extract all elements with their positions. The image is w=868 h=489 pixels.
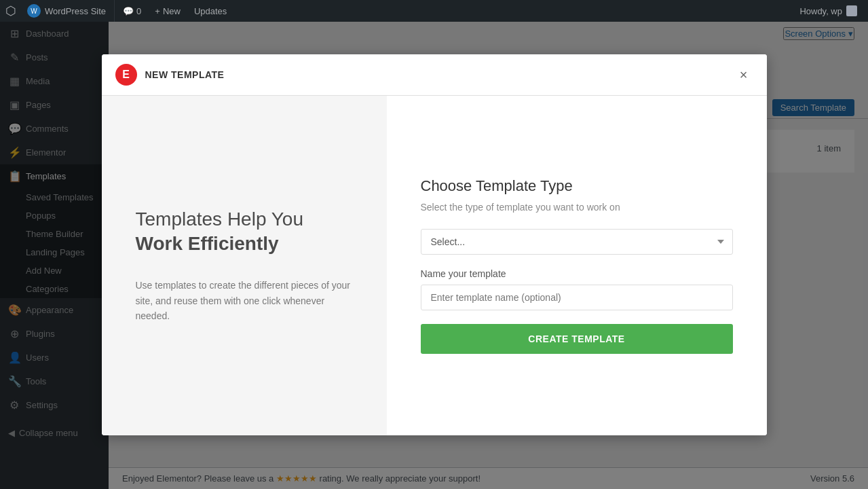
modal-title: NEW TEMPLATE [145, 69, 225, 80]
howdy-label: Howdy, wp [799, 6, 842, 16]
modal-close-button[interactable]: × [734, 65, 753, 84]
modal-left-heading: Templates Help You Work Efficiently [136, 207, 353, 257]
heading-bold-text: Work Efficiently [136, 232, 353, 256]
plus-icon: + [155, 6, 160, 16]
modal-overlay[interactable]: E NEW TEMPLATE × Templates Help You Work… [0, 0, 868, 489]
wp-logo-icon[interactable]: ⬡ [5, 3, 16, 18]
template-name-group: Name your template [421, 268, 733, 310]
template-type-select[interactable]: Select... Page Section Landing Page Popu… [421, 229, 733, 255]
admin-bar: ⬡ W WordPress Site 💬 0 + New Updates How… [0, 0, 868, 22]
form-subtitle: Select the type of template you want to … [421, 202, 733, 213]
updates-label: Updates [194, 6, 227, 16]
modal-right-panel: Choose Template Type Select the type of … [387, 96, 767, 435]
comment-icon: 💬 [123, 6, 134, 16]
template-name-input[interactable] [421, 285, 733, 310]
new-label: New [163, 6, 181, 16]
add-new-link[interactable]: + New [149, 0, 186, 22]
modal-left-panel: Templates Help You Work Efficiently Use … [102, 96, 387, 435]
heading-light-text: Templates Help You [136, 209, 304, 230]
site-icon: W [27, 4, 41, 18]
comments-link[interactable]: 💬 0 [117, 0, 147, 22]
template-type-group: Select... Page Section Landing Page Popu… [421, 229, 733, 255]
new-template-modal: E NEW TEMPLATE × Templates Help You Work… [102, 54, 767, 435]
modal-header: E NEW TEMPLATE × [102, 54, 767, 96]
template-name-label: Name your template [421, 268, 733, 279]
avatar [846, 5, 857, 16]
user-menu[interactable]: Howdy, wp [794, 5, 863, 16]
updates-link[interactable]: Updates [189, 0, 232, 22]
separator [114, 0, 115, 22]
site-link[interactable]: W WordPress Site [22, 4, 111, 18]
form-title: Choose Template Type [421, 177, 733, 195]
site-name: WordPress Site [45, 6, 106, 16]
modal-left-description: Use templates to create the different pi… [136, 278, 353, 323]
modal-body: Templates Help You Work Efficiently Use … [102, 96, 767, 435]
elementor-logo-letter: E [122, 69, 130, 81]
create-template-button[interactable]: CREATE TEMPLATE [421, 324, 733, 354]
comments-count: 0 [136, 6, 141, 16]
elementor-modal-logo: E [115, 64, 137, 86]
